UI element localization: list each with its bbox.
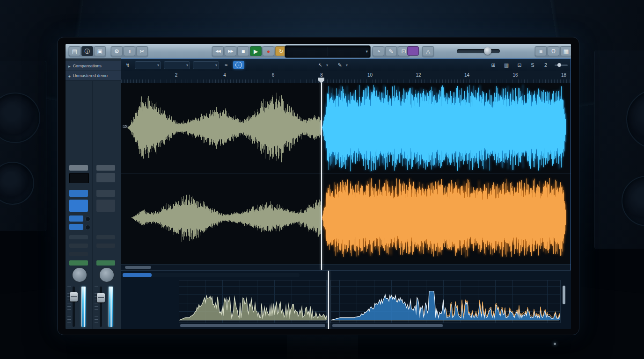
spectrum-display-unmastered[interactable]: [179, 280, 327, 323]
bottom-pane: [121, 270, 571, 329]
chevron-down-icon[interactable]: ▾: [326, 63, 328, 67]
rewind-button[interactable]: ◀◀: [212, 46, 224, 56]
media-browser-button[interactable]: ▦: [560, 46, 571, 56]
send-slot-button[interactable]: [69, 215, 83, 222]
horizontal-scrollbar[interactable]: [121, 264, 571, 270]
dropdown-3[interactable]: ▾: [193, 61, 219, 69]
rewind-icon: ◀◀: [215, 50, 220, 53]
output-slot[interactable]: [69, 252, 88, 256]
ruler-label: 18: [561, 72, 566, 78]
forward-button[interactable]: ▶▶: [225, 46, 236, 56]
scroll-tool-icon: ↯: [125, 63, 130, 68]
bar-ruler[interactable]: 24681012141618: [121, 71, 571, 84]
automation-button[interactable]: ≈: [222, 61, 230, 69]
insert-slot-button[interactable]: [96, 200, 115, 212]
monitor-bezel: ▤ⓘ▣ ⚙|||✂ ◀◀▶▶■▶●↻ ▾ ◔✎⊡ △ ≡Ω▦ ▶ Compare…: [57, 37, 579, 335]
bottom-scroll-thumb[interactable]: [123, 273, 152, 277]
cycle-icon: ↻: [278, 49, 283, 54]
snap-grid-button[interactable]: ⊞: [489, 61, 498, 69]
control-bar: ↯ ▾▾▾ ≈ ↓ ↖ ▾ ✎ ▾ ⊞: [121, 59, 571, 72]
vertical-scrollbar[interactable]: [563, 286, 565, 304]
chevron-down-icon[interactable]: ▾: [346, 63, 348, 67]
insert-slot-button[interactable]: [96, 190, 115, 197]
speaker-cone: [626, 89, 644, 149]
metronome-button[interactable]: △: [422, 46, 434, 56]
pointer-tool-button[interactable]: ↖: [315, 61, 325, 69]
play-button[interactable]: ▶: [250, 46, 262, 56]
zoom-slider[interactable]: [555, 65, 568, 66]
flex-button[interactable]: ⊡: [515, 61, 524, 69]
library-button[interactable]: ▤: [69, 46, 80, 56]
spectrum-display-mastered[interactable]: [331, 280, 560, 323]
pen-button[interactable]: ✎: [385, 46, 397, 56]
send-knob[interactable]: [85, 216, 90, 222]
lcd-display[interactable]: ▾: [285, 45, 371, 58]
waveform-display[interactable]: [121, 83, 571, 264]
catch-playhead-button[interactable]: ↓: [233, 61, 244, 69]
scissors-button[interactable]: ✂: [136, 46, 148, 56]
send-slot-button[interactable]: [69, 224, 83, 230]
io-button[interactable]: [96, 260, 115, 266]
drag-mode-button[interactable]: ▥: [502, 61, 511, 69]
editor-button[interactable]: ▣: [94, 46, 106, 56]
gain-display[interactable]: [69, 173, 89, 183]
scissors-icon: ✂: [139, 49, 144, 54]
count-button[interactable]: 2: [542, 61, 550, 69]
editor-icon: ▣: [97, 49, 102, 54]
gain-display[interactable]: [96, 173, 115, 182]
volume-slider-knob[interactable]: [484, 47, 491, 55]
insert-slot-button[interactable]: [69, 200, 88, 212]
ruler-label: 16: [512, 72, 518, 78]
spectrum-scrollbar-left[interactable]: [180, 324, 325, 327]
setting-button[interactable]: [69, 165, 88, 171]
insert-slot-button[interactable]: [69, 190, 88, 197]
speaker-cone: [0, 162, 34, 205]
disclosure-triangle-icon[interactable]: ▶: [68, 65, 71, 68]
settings-icon: ⚙: [114, 49, 119, 54]
volume-fader-handle[interactable]: [97, 293, 105, 302]
chevron-down-icon[interactable]: ▾: [366, 49, 368, 54]
setting-button[interactable]: [96, 165, 115, 171]
ruler-label: 4: [223, 72, 226, 78]
main-toolbar: ▤ⓘ▣ ⚙|||✂ ◀◀▶▶■▶●↻ ▾ ◔✎⊡ △ ≡Ω▦: [66, 44, 571, 59]
loop-browser-button[interactable]: Ω: [548, 46, 559, 56]
output-slot[interactable]: [96, 235, 115, 239]
inspector-icon: ⓘ: [85, 49, 90, 54]
tool-button-group: ⚙|||✂: [110, 46, 148, 57]
tempo-button[interactable]: ◔: [373, 46, 384, 56]
output-slot[interactable]: [69, 244, 88, 248]
sidebar-item-unmastered-demo[interactable]: ◆ Unmastered demo: [66, 71, 121, 81]
pan-knob[interactable]: [72, 267, 88, 283]
color-swatch[interactable]: [407, 46, 419, 56]
list-button[interactable]: ≡: [535, 46, 547, 56]
spectrum-panel-unmastered[interactable]: [179, 280, 328, 323]
region-tag: 15: [122, 125, 128, 128]
volume-fader-handle[interactable]: [70, 292, 78, 302]
settings-button[interactable]: ⚙: [111, 46, 123, 56]
scroll-tool-button[interactable]: ↯: [124, 61, 132, 69]
volume-slider[interactable]: [457, 49, 500, 53]
sidebar-item-comparisons[interactable]: ▶ Compareations: [66, 61, 121, 71]
stop-button[interactable]: ■: [237, 46, 249, 56]
io-button[interactable]: [69, 260, 88, 266]
volume-fader-track[interactable]: [100, 287, 102, 327]
inspector-button[interactable]: ⓘ: [81, 46, 93, 56]
output-slot[interactable]: [69, 235, 88, 239]
record-button[interactable]: ●: [263, 46, 274, 56]
solo-button[interactable]: S: [528, 61, 537, 69]
zoom-slider-knob[interactable]: [557, 63, 561, 67]
mixer-button[interactable]: |||: [124, 46, 135, 56]
spectrum-scrollbar-right[interactable]: [332, 324, 443, 327]
output-slot[interactable]: [96, 244, 115, 248]
send-knob[interactable]: [85, 225, 90, 230]
spectrum-panel-mastered[interactable]: [330, 280, 561, 323]
snap-icon-cluster: ⊞▥⊡S2: [489, 61, 550, 69]
chevron-down-icon: ▾: [215, 63, 217, 67]
dropdown-2[interactable]: ▾: [164, 61, 190, 69]
horizontal-scrollbar-thumb[interactable]: [125, 266, 151, 269]
dropdown-1[interactable]: ▾: [135, 61, 161, 69]
automation-icon: ≈: [225, 63, 227, 68]
waveform-region[interactable]: [121, 83, 571, 264]
pencil-tool-button[interactable]: ✎: [335, 61, 344, 69]
pan-knob[interactable]: [99, 267, 115, 283]
